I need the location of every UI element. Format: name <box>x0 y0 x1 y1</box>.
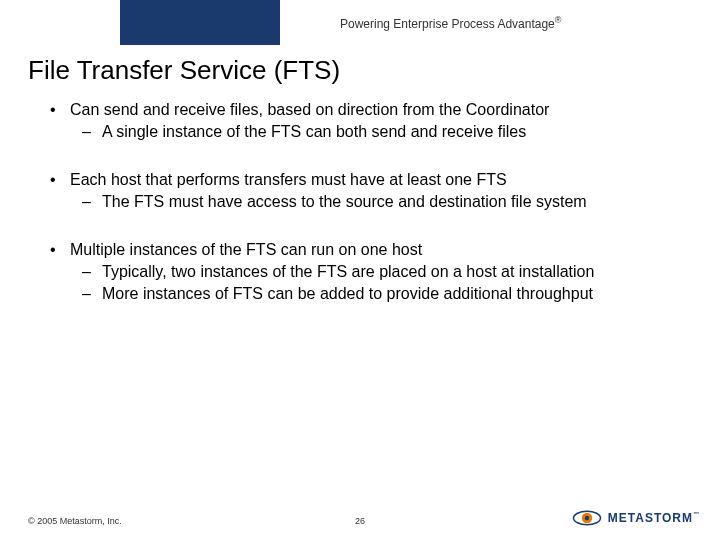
tagline-text: Powering Enterprise Process Advantage <box>340 17 555 31</box>
subbullet-text: The FTS must have access to the source a… <box>102 193 587 210</box>
bullet-text: Can send and receive files, based on dir… <box>70 101 549 118</box>
content-body: Can send and receive files, based on dir… <box>48 100 680 332</box>
header-tagline-block: Powering Enterprise Process Advantage® <box>280 0 720 45</box>
header-accent-block <box>120 0 280 45</box>
list-item: Can send and receive files, based on dir… <box>48 100 680 142</box>
bullet-text: Each host that performs transfers must h… <box>70 171 507 188</box>
subbullet-text: A single instance of the FTS can both se… <box>102 123 526 140</box>
list-item: Multiple instances of the FTS can run on… <box>48 240 680 304</box>
list-subitem: Typically, two instances of the FTS are … <box>70 262 680 282</box>
bullet-text: Multiple instances of the FTS can run on… <box>70 241 422 258</box>
subbullet-text: Typically, two instances of the FTS are … <box>102 263 594 280</box>
list-subitem: A single instance of the FTS can both se… <box>70 122 680 142</box>
copyright: © 2005 Metastorm, Inc. <box>28 516 122 526</box>
page-number: 26 <box>355 516 365 526</box>
brand-logo: METASTORM™ <box>572 508 700 528</box>
list-subitem: The FTS must have access to the source a… <box>70 192 680 212</box>
slide-title: File Transfer Service (FTS) <box>28 55 340 86</box>
eye-icon <box>572 508 602 528</box>
footer: © 2005 Metastorm, Inc. 26 METASTORM™ <box>0 500 720 530</box>
list-subitem: More instances of FTS can be added to pr… <box>70 284 680 304</box>
logo-tm: ™ <box>693 511 700 517</box>
logo-text: METASTORM™ <box>608 511 700 525</box>
bullet-list: Can send and receive files, based on dir… <box>48 100 680 304</box>
header-band: Powering Enterprise Process Advantage® <box>120 0 720 45</box>
list-item: Each host that performs transfers must h… <box>48 170 680 212</box>
tagline: Powering Enterprise Process Advantage® <box>340 15 561 31</box>
svg-point-2 <box>585 516 590 521</box>
subbullet-text: More instances of FTS can be added to pr… <box>102 285 593 302</box>
tagline-mark: ® <box>555 15 562 25</box>
